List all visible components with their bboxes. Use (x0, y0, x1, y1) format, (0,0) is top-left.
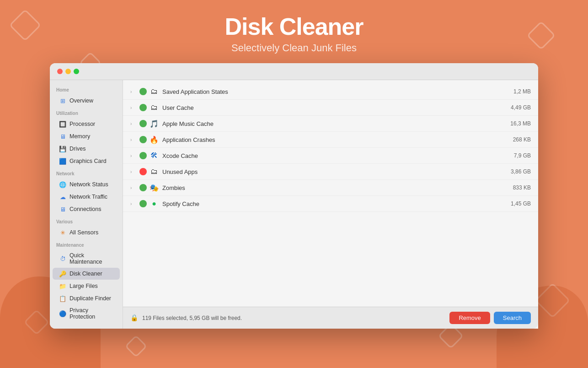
sidebar-item-network-status[interactable]: 🌐 Network Status (53, 179, 120, 190)
sidebar-item-processor[interactable]: 🔲 Processor (53, 118, 120, 130)
sidebar-item-duplicate-finder[interactable]: 📋 Duplicate Finder (53, 292, 120, 304)
row-size: 16,3 MB (494, 120, 531, 127)
sidebar-item-drives[interactable]: 💾 Drives (53, 143, 120, 155)
app-subtitle: Selectively Clean Junk Files (0, 42, 588, 54)
traffic-light-close[interactable] (57, 69, 63, 74)
network-status-icon: 🌐 (59, 181, 66, 188)
table-row[interactable]: › 🗂 Saved Application States 1,2 MB (123, 84, 538, 100)
row-toggle[interactable] (139, 168, 147, 175)
row-toggle[interactable] (139, 88, 147, 95)
table-row[interactable]: › ● Spotify Cache 1,45 GB (123, 196, 538, 212)
table-row[interactable]: › 🎭 Zombies 833 KB (123, 180, 538, 196)
sidebar-item-privacy-protection-label: Privacy Protection (69, 307, 113, 320)
row-icon: 🎵 (150, 119, 159, 128)
app-window: Home ⊞ Overview Utilization 🔲 Processor … (50, 63, 538, 329)
row-chevron: › (130, 185, 137, 190)
sidebar-item-network-traffic[interactable]: ☁ Network Traffic (53, 191, 120, 203)
row-toggle[interactable] (139, 152, 147, 159)
sidebar-item-all-sensors-label: All Sensors (69, 229, 98, 236)
row-name: Xcode Cache (162, 152, 494, 159)
sidebar-item-large-files[interactable]: 📁 Large Files (53, 280, 120, 292)
processor-icon: 🔲 (59, 120, 66, 128)
drives-icon: 💾 (59, 145, 66, 152)
disk-cleaner-icon: 🔑 (59, 270, 66, 277)
sidebar-section-home: Home (50, 84, 123, 94)
row-name: Saved Application States (162, 88, 494, 95)
preferences-icon: ⚙ (56, 327, 64, 329)
sidebar-item-graphics-card[interactable]: 🟦 Graphics Card (53, 155, 120, 167)
sidebar-item-memory-label: Memory (69, 133, 90, 140)
sidebar-item-processor-label: Processor (69, 121, 95, 127)
row-toggle[interactable] (139, 184, 147, 191)
row-icon: 🛠 (150, 151, 159, 160)
row-toggle[interactable] (139, 136, 147, 143)
row-toggle[interactable] (139, 104, 147, 111)
sidebar-item-overview[interactable]: ⊞ Overview (53, 95, 120, 107)
quick-maintenance-icon: ⏱ (59, 255, 66, 262)
sidebar-section-maintenance: Maintenance (50, 239, 123, 249)
search-button[interactable]: Search (494, 312, 531, 324)
row-toggle[interactable] (139, 120, 147, 127)
row-chevron: › (130, 153, 137, 158)
row-size: 1,45 GB (494, 200, 531, 207)
row-size: 3,86 GB (494, 168, 531, 175)
sidebar-item-privacy-protection[interactable]: 🔵 Privacy Protection (53, 305, 120, 322)
row-toggle[interactable] (139, 200, 147, 207)
row-chevron: › (130, 201, 137, 206)
duplicate-finder-icon: 📋 (59, 295, 66, 302)
graphics-card-icon: 🟦 (59, 157, 66, 165)
sidebar-section-various: Various (50, 216, 123, 226)
app-title: Disk Cleaner (0, 13, 588, 40)
traffic-light-maximize[interactable] (74, 69, 79, 74)
sidebar-item-disk-cleaner-label: Disk Cleaner (69, 271, 102, 277)
sidebar-item-disk-cleaner[interactable]: 🔑 Disk Cleaner (53, 268, 120, 280)
sidebar-item-duplicate-finder-label: Duplicate Finder (69, 295, 111, 302)
privacy-protection-icon: 🔵 (59, 310, 66, 317)
sidebar-item-graphics-card-label: Graphics Card (69, 158, 107, 164)
row-icon: 🗂 (150, 167, 159, 176)
app-header: Disk Cleaner Selectively Clean Junk File… (0, 0, 588, 63)
row-chevron: › (130, 121, 137, 126)
row-icon: 🎭 (150, 183, 159, 192)
row-name: Spotify Cache (162, 200, 494, 207)
row-icon: 🗂 (150, 103, 159, 112)
sidebar-item-connections[interactable]: 🖥 Connections (53, 203, 120, 215)
file-list: › 🗂 Saved Application States 1,2 MB › 🗂 … (123, 80, 538, 307)
row-size: 268 KB (494, 136, 531, 143)
row-chevron: › (130, 105, 137, 110)
table-row[interactable]: › 🛠 Xcode Cache 7,9 GB (123, 148, 538, 164)
status-text: 119 Files selected, 5,95 GB will be free… (142, 315, 242, 321)
row-chevron: › (130, 89, 137, 94)
table-row[interactable]: › 🎵 Apple Music Cache 16,3 MB (123, 116, 538, 132)
row-size: 7,9 GB (494, 152, 531, 159)
table-row[interactable]: › 🗂 Unused Apps 3,86 GB (123, 164, 538, 180)
row-size: 833 KB (494, 184, 531, 191)
sidebar-item-overview-label: Overview (69, 97, 93, 104)
row-icon: ● (150, 199, 159, 208)
status-icon: 🔒 (130, 314, 139, 322)
row-size: 4,49 GB (494, 104, 531, 111)
sidebar-item-drives-label: Drives (69, 146, 86, 152)
overview-icon: ⊞ (59, 97, 66, 104)
row-icon: 🔥 (150, 135, 159, 144)
sidebar-item-quick-maintenance[interactable]: ⏱ Quick Maintenance (53, 250, 120, 267)
bottom-bar: 🔒 119 Files selected, 5,95 GB will be fr… (123, 307, 538, 329)
row-chevron: › (130, 169, 137, 174)
sidebar-section-utilization: Utilization (50, 107, 123, 118)
sidebar-item-network-status-label: Network Status (69, 181, 108, 188)
main-layout: Home ⊞ Overview Utilization 🔲 Processor … (50, 80, 538, 329)
row-name: Application Crashes (162, 136, 494, 143)
row-icon: 🗂 (150, 87, 159, 96)
content-area: › 🗂 Saved Application States 1,2 MB › 🗂 … (123, 80, 538, 329)
row-size: 1,2 MB (494, 88, 531, 95)
row-chevron: › (130, 137, 137, 142)
sidebar-item-memory[interactable]: 🖥 Memory (53, 130, 120, 142)
sidebar-item-connections-label: Connections (69, 206, 102, 212)
sidebar-item-preferences[interactable]: ⚙ Preferences (50, 323, 123, 329)
table-row[interactable]: › 🔥 Application Crashes 268 KB (123, 132, 538, 148)
traffic-light-minimize[interactable] (65, 69, 71, 74)
sidebar-item-all-sensors[interactable]: ✳ All Sensors (53, 227, 120, 238)
sidebar-item-large-files-label: Large Files (69, 283, 98, 289)
table-row[interactable]: › 🗂 User Cache 4,49 GB (123, 100, 538, 116)
remove-button[interactable]: Remove (449, 312, 490, 324)
